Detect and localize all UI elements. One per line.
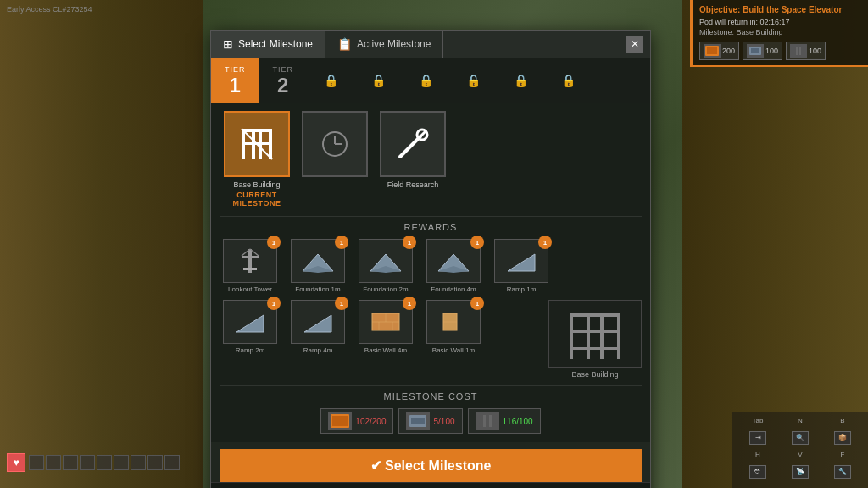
- svg-rect-51: [411, 418, 425, 424]
- cost-value-rods: 5/100: [433, 417, 454, 426]
- milestone-locked-1[interactable]: [301, 111, 369, 208]
- select-milestone-button[interactable]: ✔ Select Milestone: [220, 449, 642, 482]
- milestone-text: Milestone: Base Building: [699, 28, 861, 36]
- current-milestone-text: CURRENT MILESTONE: [223, 191, 291, 208]
- reward-foundation-4m: 1 Foundation 4m: [423, 239, 484, 293]
- rewards-row-1: 1 Lookout Tower 1: [220, 239, 642, 293]
- svg-rect-41: [570, 313, 573, 359]
- reward-icon-foundation-1m: 1: [291, 239, 345, 283]
- reward-icon-foundation-2m: 1: [359, 239, 413, 283]
- obj-item-1: 200: [699, 42, 739, 60]
- bottom-controls: Select LMB Close E / Escape: [211, 482, 650, 488]
- obj-item-3: 100: [786, 42, 826, 60]
- slot-9: [164, 455, 180, 470]
- reward-lookout-label: Lookout Tower: [228, 286, 272, 293]
- rewards-row-2: 1 Ramp 2m 1 Ramp 4m: [220, 300, 642, 379]
- milestone-field-research[interactable]: Field Research: [379, 111, 447, 208]
- tier-7[interactable]: 🔒: [497, 58, 544, 103]
- obj-icon-2: [747, 44, 764, 58]
- obj-count-3: 100: [809, 47, 821, 55]
- key-icon-tab: ⇥: [737, 431, 778, 450]
- key-icon-search: 🔍: [780, 431, 821, 450]
- tier-6[interactable]: 🔒: [449, 58, 497, 103]
- reward-ramp-1m-label: Ramp 1m: [507, 286, 537, 293]
- tab-active-milestone[interactable]: 📋 Active Milestone: [326, 30, 443, 58]
- pod-return-text: Pod will return in: 02:16:17: [699, 18, 861, 26]
- objective-panel: Objective: Build the Space Elevator Pod …: [690, 0, 868, 67]
- active-tab-label: Active Milestone: [357, 38, 431, 50]
- milestone-cards: Base Building CURRENT MILESTONE: [220, 111, 642, 208]
- field-research-label: Field Research: [387, 180, 439, 189]
- cost-icon-rods: [406, 412, 430, 430]
- reward-icon-ramp-1m: 1: [494, 239, 548, 283]
- building-preview-label: Base Building: [571, 370, 618, 379]
- reward-basic-wall-1m-label: Basic Wall 1m: [432, 347, 475, 354]
- tier-3[interactable]: 🔒: [307, 58, 354, 103]
- svg-line-19: [403, 131, 426, 153]
- reward-ramp-2m-label: Ramp 2m: [236, 347, 265, 354]
- cost-icon-cable: [476, 412, 499, 430]
- building-preview-box: [548, 300, 642, 368]
- svg-rect-47: [600, 313, 604, 359]
- obj-icon-3: [790, 44, 807, 58]
- key-n: N: [780, 417, 821, 430]
- svg-rect-54: [489, 415, 492, 427]
- tier-bar: TIER 1 TIER 2 🔒 🔒 🔒 🔒 🔒 🔒: [211, 58, 650, 103]
- svg-rect-43: [570, 313, 620, 317]
- cost-title: Milestone Cost: [220, 391, 642, 402]
- tab-select-milestone[interactable]: ⊞ Select Milestone: [211, 30, 326, 58]
- reward-foundation-1m-label: Foundation 1m: [295, 286, 340, 293]
- svg-rect-42: [617, 313, 620, 359]
- reward-icon-wall-1m: 1: [426, 300, 481, 344]
- milestone-base-building[interactable]: Base Building CURRENT MILESTONE: [223, 111, 291, 208]
- svg-rect-11: [252, 129, 255, 159]
- svg-rect-6: [799, 47, 801, 55]
- tier-1[interactable]: TIER 1: [211, 58, 259, 103]
- key-h: H: [737, 451, 778, 463]
- slot-7: [131, 455, 146, 470]
- select-tab-label: Select Milestone: [238, 38, 313, 50]
- reward-basic-wall-4m: 1 Basic Wall 4m: [355, 300, 416, 379]
- tier-5[interactable]: 🔒: [402, 58, 449, 103]
- svg-rect-52: [479, 419, 496, 424]
- svg-rect-5: [796, 47, 798, 55]
- objective-items: 200 100 100: [699, 42, 861, 60]
- svg-rect-9: [242, 129, 272, 132]
- key-v: V: [780, 451, 821, 463]
- dialog-titlebar: ⊞ Select Milestone 📋 Active Milestone ✕: [211, 30, 650, 58]
- reward-ramp-4m: 1 Ramp 4m: [287, 300, 348, 379]
- cost-icon-plates: [328, 412, 352, 430]
- slot-6: [114, 455, 129, 470]
- svg-rect-21: [242, 256, 259, 258]
- building-preview-area: Base Building: [548, 300, 642, 379]
- bottom-left-hud: ♥: [0, 437, 186, 488]
- rewards-title: Rewards: [220, 222, 642, 232]
- key-icon-v: 📡: [780, 465, 821, 484]
- key-f: F: [822, 451, 863, 463]
- reward-basic-wall-1m: 1 Basic Wall 1m: [423, 300, 484, 379]
- svg-rect-3: [751, 48, 760, 53]
- objective-title: Objective: Build the Space Elevator: [699, 5, 861, 14]
- close-button[interactable]: ✕: [626, 36, 643, 53]
- reward-foundation-4m-label: Foundation 4m: [431, 286, 476, 293]
- base-building-label: Base Building: [233, 180, 280, 189]
- svg-rect-45: [570, 347, 620, 350]
- tier-4[interactable]: 🔒: [354, 58, 402, 103]
- separator-2: [220, 385, 642, 386]
- reward-ramp-1m: 1 Ramp 1m: [491, 239, 552, 293]
- svg-marker-31: [508, 254, 535, 271]
- key-b: B: [822, 417, 863, 430]
- separator-1: [220, 216, 642, 217]
- reward-foundation-1m: 1 Foundation 1m: [287, 239, 348, 293]
- svg-marker-32: [236, 315, 264, 332]
- tier-8[interactable]: 🔒: [544, 58, 592, 103]
- tier-2[interactable]: TIER 2: [259, 58, 308, 103]
- svg-rect-1: [707, 47, 717, 54]
- cost-value-plates: 102/200: [355, 417, 386, 426]
- slot-8: [147, 455, 163, 470]
- reward-ramp-4m-label: Ramp 4m: [303, 347, 333, 354]
- reward-icon-lookout: 1: [223, 239, 277, 283]
- slot-3: [63, 455, 78, 470]
- reward-foundation-2m-label: Foundation 2m: [363, 286, 408, 293]
- select-tab-icon: ⊞: [223, 37, 233, 51]
